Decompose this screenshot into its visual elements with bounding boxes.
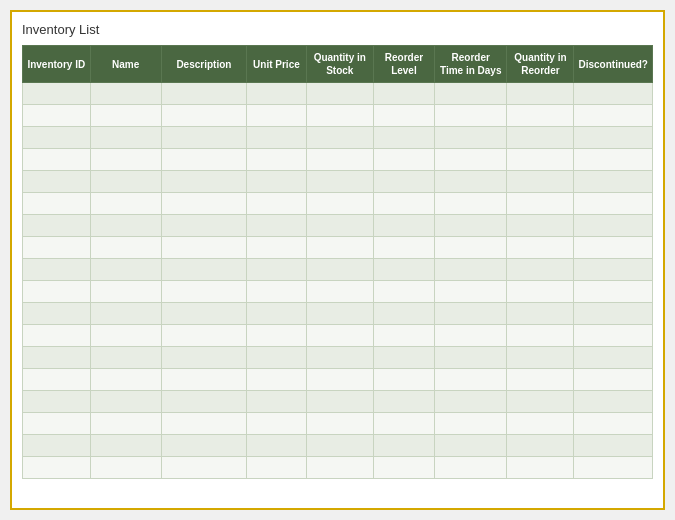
table-cell[interactable] [247, 171, 307, 193]
table-cell[interactable] [373, 259, 434, 281]
table-row[interactable] [23, 457, 653, 479]
table-cell[interactable] [247, 281, 307, 303]
table-cell[interactable] [161, 281, 246, 303]
table-cell[interactable] [373, 127, 434, 149]
table-cell[interactable] [306, 303, 373, 325]
table-cell[interactable] [435, 413, 507, 435]
table-cell[interactable] [574, 127, 653, 149]
table-cell[interactable] [507, 83, 574, 105]
table-cell[interactable] [435, 83, 507, 105]
table-cell[interactable] [23, 303, 91, 325]
table-cell[interactable] [507, 435, 574, 457]
table-row[interactable] [23, 83, 653, 105]
table-cell[interactable] [90, 259, 161, 281]
table-cell[interactable] [90, 413, 161, 435]
table-cell[interactable] [23, 435, 91, 457]
table-cell[interactable] [306, 413, 373, 435]
table-cell[interactable] [90, 391, 161, 413]
table-cell[interactable] [161, 347, 246, 369]
table-cell[interactable] [23, 237, 91, 259]
table-cell[interactable] [574, 281, 653, 303]
table-cell[interactable] [373, 391, 434, 413]
table-cell[interactable] [435, 303, 507, 325]
table-cell[interactable] [247, 259, 307, 281]
table-cell[interactable] [306, 127, 373, 149]
table-cell[interactable] [23, 457, 91, 479]
table-cell[interactable] [23, 127, 91, 149]
table-cell[interactable] [161, 369, 246, 391]
table-cell[interactable] [161, 391, 246, 413]
table-row[interactable] [23, 413, 653, 435]
table-cell[interactable] [435, 325, 507, 347]
table-cell[interactable] [507, 259, 574, 281]
table-cell[interactable] [247, 457, 307, 479]
table-cell[interactable] [247, 193, 307, 215]
table-row[interactable] [23, 259, 653, 281]
table-row[interactable] [23, 281, 653, 303]
table-cell[interactable] [23, 149, 91, 171]
table-row[interactable] [23, 303, 653, 325]
table-cell[interactable] [574, 259, 653, 281]
table-cell[interactable] [507, 215, 574, 237]
table-row[interactable] [23, 347, 653, 369]
table-cell[interactable] [574, 149, 653, 171]
table-cell[interactable] [373, 413, 434, 435]
table-cell[interactable] [306, 259, 373, 281]
table-row[interactable] [23, 105, 653, 127]
table-row[interactable] [23, 171, 653, 193]
table-cell[interactable] [435, 215, 507, 237]
table-cell[interactable] [435, 259, 507, 281]
table-cell[interactable] [373, 83, 434, 105]
table-cell[interactable] [90, 127, 161, 149]
table-cell[interactable] [247, 435, 307, 457]
table-cell[interactable] [90, 215, 161, 237]
table-cell[interactable] [435, 127, 507, 149]
table-cell[interactable] [373, 281, 434, 303]
table-row[interactable] [23, 325, 653, 347]
table-cell[interactable] [306, 215, 373, 237]
table-cell[interactable] [90, 303, 161, 325]
table-cell[interactable] [373, 193, 434, 215]
table-row[interactable] [23, 149, 653, 171]
table-cell[interactable] [507, 237, 574, 259]
table-cell[interactable] [574, 83, 653, 105]
table-cell[interactable] [373, 435, 434, 457]
table-cell[interactable] [507, 149, 574, 171]
table-cell[interactable] [23, 413, 91, 435]
table-cell[interactable] [574, 105, 653, 127]
table-cell[interactable] [90, 457, 161, 479]
table-cell[interactable] [574, 193, 653, 215]
table-cell[interactable] [435, 457, 507, 479]
table-cell[interactable] [507, 193, 574, 215]
table-cell[interactable] [373, 347, 434, 369]
table-cell[interactable] [23, 259, 91, 281]
table-cell[interactable] [435, 149, 507, 171]
table-cell[interactable] [373, 303, 434, 325]
table-cell[interactable] [306, 435, 373, 457]
table-cell[interactable] [23, 171, 91, 193]
table-cell[interactable] [306, 105, 373, 127]
table-cell[interactable] [306, 171, 373, 193]
table-cell[interactable] [161, 435, 246, 457]
table-cell[interactable] [247, 237, 307, 259]
table-cell[interactable] [90, 149, 161, 171]
table-cell[interactable] [507, 457, 574, 479]
table-cell[interactable] [435, 171, 507, 193]
table-cell[interactable] [247, 347, 307, 369]
table-cell[interactable] [435, 391, 507, 413]
table-cell[interactable] [23, 105, 91, 127]
table-cell[interactable] [247, 127, 307, 149]
table-cell[interactable] [435, 435, 507, 457]
table-row[interactable] [23, 369, 653, 391]
table-cell[interactable] [23, 391, 91, 413]
table-cell[interactable] [23, 325, 91, 347]
table-row[interactable] [23, 215, 653, 237]
table-cell[interactable] [306, 347, 373, 369]
table-cell[interactable] [306, 369, 373, 391]
table-cell[interactable] [161, 303, 246, 325]
table-cell[interactable] [574, 237, 653, 259]
table-cell[interactable] [306, 193, 373, 215]
table-row[interactable] [23, 237, 653, 259]
table-cell[interactable] [373, 149, 434, 171]
table-cell[interactable] [507, 281, 574, 303]
